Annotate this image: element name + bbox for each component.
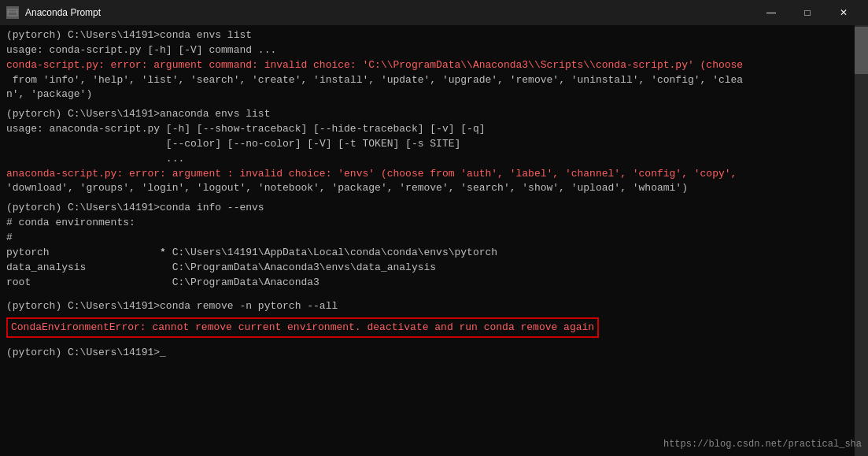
prompt-line: (pytorch) C:\Users\14191>_ [6,346,848,361]
normal-line: [--color] [--no-color] [-V] [-t TOKEN] [… [6,137,848,152]
env-name: root [6,276,153,288]
prompt-line: (pytorch) C:\Users\14191>conda info --en… [6,201,848,216]
env-name: data_analysis [6,261,153,273]
env-name: pytorch [6,247,153,258]
normal-line: usage: conda-script.py [-h] [-V] command… [6,43,848,58]
prompt-line: (pytorch) C:\Users\14191>conda envs list [6,28,848,43]
env-line: data_analysis C:\ProgramData\Anaconda3\e… [6,261,848,276]
window: Anaconda Prompt — □ ✕ (pytorch) C:\Users… [0,0,868,456]
terminal[interactable]: (pytorch) C:\Users\14191>conda envs list… [0,25,855,456]
normal-line: ... [6,152,848,167]
title-bar: Anaconda Prompt — □ ✕ [0,0,868,25]
asterisk [153,276,172,288]
env-path: C:\Users\14191\AppData\Local\conda\conda… [172,247,497,258]
error-line: anaconda-script.py: error: argument : in… [6,167,848,182]
env-line: pytorch * C:\Users\14191\AppData\Local\c… [6,246,848,261]
normal-line: # [6,231,848,246]
asterisk: * [153,247,172,258]
scrollbar[interactable] [855,25,868,456]
scrollbar-thumb[interactable] [855,27,868,74]
minimize-button[interactable]: — [753,0,789,25]
normal-line: from 'info', 'help', 'list', 'search', '… [6,73,848,88]
window-icon [6,6,19,19]
normal-line: usage: anaconda-script.py [-h] [--show-t… [6,122,848,137]
window-controls: — □ ✕ [753,0,862,25]
env-path: C:\ProgramData\Anaconda3\envs\data_analy… [172,261,436,273]
prompt-line: (pytorch) C:\Users\14191>conda remove -n… [6,299,848,314]
close-button[interactable]: ✕ [826,0,862,25]
content-area: (pytorch) C:\Users\14191>conda envs list… [0,25,868,456]
window-title: Anaconda Prompt [25,7,753,18]
env-line: root C:\ProgramData\Anaconda3 [6,276,848,291]
error-line: conda-script.py: error: argument command… [6,58,848,73]
normal-line: n', 'package') [6,87,848,102]
error-box-wrapper: CondaEnvironmentError: cannot remove cur… [6,316,848,339]
error-box: CondaEnvironmentError: cannot remove cur… [6,317,599,338]
watermark: https://blog.csdn.net/practical_sha [663,439,862,450]
asterisk [153,261,172,273]
env-path: C:\ProgramData\Anaconda3 [172,276,319,288]
normal-line: 'download', 'groups', 'login', 'logout',… [6,181,848,196]
normal-line: # conda environments: [6,216,848,231]
prompt-line: (pytorch) C:\Users\14191>anaconda envs l… [6,107,848,122]
maximize-button[interactable]: □ [789,0,826,25]
svg-rect-0 [8,9,17,16]
